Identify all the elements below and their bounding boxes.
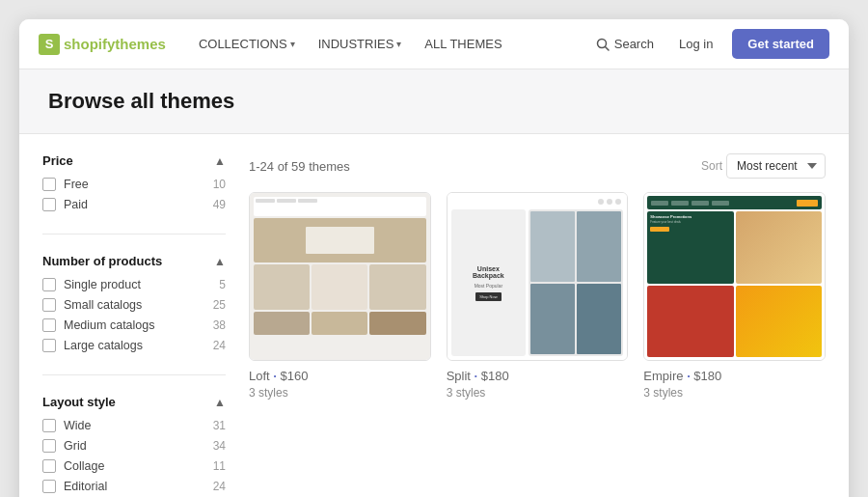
theme-card-empire[interactable]: Showcase Promotions Feature your best de…	[643, 192, 826, 400]
checkbox-grid[interactable]	[42, 439, 56, 453]
shopify-logo-icon: S	[39, 34, 60, 55]
logo-text: shopifythemes	[64, 36, 166, 52]
main-nav: S shopifythemes COLLECTIONS ▾ INDUSTRIES…	[19, 19, 849, 69]
filter-item-grid[interactable]: Grid 34	[42, 439, 226, 453]
chevron-up-icon: ▲	[214, 154, 226, 168]
filter-item-medium[interactable]: Medium catalogs 38	[42, 318, 226, 332]
search-button[interactable]: Search	[590, 33, 660, 55]
price-filter: Price ▲ Free 10 Paid 49	[42, 153, 226, 235]
loft-bottom	[254, 312, 426, 356]
loft-theme-styles: 3 styles	[249, 386, 431, 400]
chevron-up-icon: ▲	[214, 396, 226, 409]
browser-window: S shopifythemes COLLECTIONS ▾ INDUSTRIES…	[19, 19, 849, 497]
search-icon	[596, 38, 610, 51]
sort-control: Sort Most recent	[701, 153, 826, 179]
nav-industries[interactable]: INDUSTRIES ▾	[309, 31, 412, 57]
filter-item-paid[interactable]: Paid 49	[42, 198, 226, 211]
logo[interactable]: S shopifythemes	[39, 34, 166, 55]
loft-thumbnail	[249, 192, 431, 361]
empire-theme-styles: 3 styles	[643, 386, 826, 400]
split-mock-preview: UnisexBackpack Most Popular Shop Now	[448, 193, 628, 360]
filter-item-single[interactable]: Single product 5	[42, 278, 226, 291]
nav-collections[interactable]: COLLECTIONS ▾	[189, 31, 305, 57]
split-theme-name: Split · $180	[447, 369, 629, 383]
checkbox-collage[interactable]	[42, 459, 56, 473]
nav-links: COLLECTIONS ▾ INDUSTRIES ▾ ALL THEMES	[189, 31, 590, 57]
main-content: Price ▲ Free 10 Paid 49 Number of produc…	[19, 134, 849, 497]
filter-item-collage[interactable]: Collage 11	[42, 459, 226, 473]
filter-item-large[interactable]: Large catalogs 24	[42, 339, 226, 352]
empire-theme-name: Empire · $180	[643, 369, 826, 383]
page-title: Browse all themes	[48, 89, 820, 114]
empire-nav	[647, 196, 822, 209]
themes-grid: Loft · $160 3 styles	[249, 192, 826, 400]
sort-select[interactable]: Most recent	[726, 153, 826, 179]
checkbox-free[interactable]	[42, 178, 56, 191]
login-button[interactable]: Log in	[671, 33, 720, 55]
loft-mock-preview	[250, 193, 430, 360]
filter-item-small[interactable]: Small catalogs 25	[42, 298, 226, 312]
layout-filter-title[interactable]: Layout style ▲	[42, 395, 226, 409]
svg-line-1	[605, 46, 609, 50]
filter-item-wide[interactable]: Wide 31	[42, 419, 226, 432]
split-theme-styles: 3 styles	[447, 386, 629, 400]
checkbox-editorial[interactable]	[42, 480, 56, 493]
chevron-down-icon: ▾	[396, 39, 401, 49]
loft-nav	[254, 197, 426, 216]
price-filter-title[interactable]: Price ▲	[42, 153, 226, 168]
loft-hero	[254, 218, 426, 262]
checkbox-small[interactable]	[42, 298, 56, 312]
checkbox-paid[interactable]	[42, 198, 56, 211]
chevron-down-icon: ▾	[290, 39, 295, 49]
loft-row	[254, 264, 426, 309]
checkbox-large[interactable]	[42, 339, 56, 352]
get-started-button[interactable]: Get started	[732, 29, 829, 59]
checkbox-medium[interactable]	[42, 318, 56, 332]
checkbox-wide[interactable]	[42, 419, 56, 432]
nav-actions: Search Log in Get started	[590, 29, 829, 59]
themes-area: 1-24 of 59 themes Sort Most recent	[249, 153, 826, 497]
filter-item-editorial[interactable]: Editorial 24	[42, 480, 226, 493]
empire-mock-preview: Showcase Promotions Feature your best de…	[644, 193, 825, 360]
themes-header: 1-24 of 59 themes Sort Most recent	[249, 153, 826, 179]
products-filter-title[interactable]: Number of products ▲	[42, 254, 226, 268]
loft-theme-name: Loft · $160	[249, 369, 431, 383]
filters-sidebar: Price ▲ Free 10 Paid 49 Number of produc…	[42, 153, 226, 497]
filter-item-free[interactable]: Free 10	[42, 178, 226, 191]
themes-count: 1-24 of 59 themes	[249, 159, 350, 174]
layout-filter: Layout style ▲ Wide 31 Grid 34 Collage 1…	[42, 395, 226, 497]
theme-card-loft[interactable]: Loft · $160 3 styles	[249, 192, 431, 400]
empire-thumbnail: Showcase Promotions Feature your best de…	[643, 192, 826, 361]
theme-card-split[interactable]: UnisexBackpack Most Popular Shop Now	[447, 192, 629, 400]
split-thumbnail: UnisexBackpack Most Popular Shop Now	[447, 192, 629, 361]
checkbox-single[interactable]	[42, 278, 56, 291]
page-title-bar: Browse all themes	[19, 69, 849, 134]
chevron-up-icon: ▲	[214, 255, 226, 268]
products-filter: Number of products ▲ Single product 5 Sm…	[42, 254, 226, 375]
nav-all-themes[interactable]: ALL THEMES	[415, 31, 511, 57]
